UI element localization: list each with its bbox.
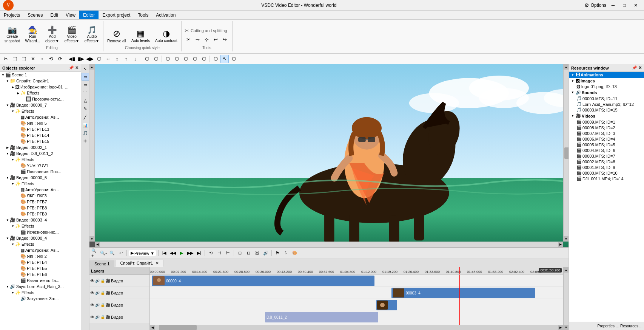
tree-item-rgb4[interactable]: ▶ 🎨 РГБ: РГБ4 xyxy=(0,259,81,265)
ellipse-tool[interactable]: ⌒ xyxy=(82,89,89,96)
exp-animations[interactable]: ▼ xyxy=(570,73,575,77)
reset-tl[interactable]: ↩ xyxy=(117,249,125,257)
tree-item-video2[interactable]: ▶ 🎥 Видео: 00002_1 xyxy=(0,144,81,150)
res-section-videos[interactable]: ▼ 🎥 Videos xyxy=(569,113,644,119)
close-panel-icon[interactable]: ✕ xyxy=(75,65,79,70)
loop-btn[interactable]: ⟲ xyxy=(207,249,214,257)
prev-frame-btn[interactable]: ◀◀ xyxy=(169,249,177,257)
tl-scroll-up[interactable]: ▲ xyxy=(564,267,569,273)
clip-00000-4[interactable]: 00000_4 xyxy=(152,276,374,286)
tree-item-video3-4[interactable]: ▼ 🎥 Видео: 00003_4 xyxy=(0,217,81,223)
clip-dji[interactable]: DJI_0011_2 xyxy=(265,312,378,322)
preview-btn[interactable]: ▶ Preview ▼ xyxy=(129,250,156,256)
send-back-btn[interactable]: ↓ xyxy=(131,55,139,63)
add-object-button[interactable]: ➕ Addobject▼ xyxy=(43,25,62,45)
menu-editor[interactable]: Editor xyxy=(79,11,99,19)
delete-btn[interactable]: ✕ xyxy=(29,55,37,63)
expander-videodji[interactable]: ▼ xyxy=(5,151,10,156)
ungroup-btn[interactable]: ⬡ xyxy=(152,55,160,63)
options-label[interactable]: Options xyxy=(591,3,606,8)
tree-item-sound[interactable]: ▼ 🔊 Звук: Lorn-Acid_Rain_3... xyxy=(0,284,81,290)
preview-scroll-right[interactable]: ▲ ▼ xyxy=(563,64,569,242)
res-item-snd3[interactable]: 🎵 00003.MTS; ID=15 xyxy=(569,107,644,113)
eye-icon-v2[interactable]: 👁 xyxy=(90,291,94,295)
res-item-v11[interactable]: 🎬 DJI_0011.MP4; ID=14 xyxy=(569,176,644,181)
mark-in-btn[interactable]: ⊣ xyxy=(216,249,223,257)
res-item-snd2[interactable]: 🎵 Lorn-Acid_Rain.mp3; ID=12 xyxy=(569,101,644,107)
menu-activation[interactable]: Activation xyxy=(152,11,179,19)
tree-item-effects7[interactable]: ▼ ✨ Effects xyxy=(0,290,81,296)
align-right-btn[interactable]: ▮▶ xyxy=(77,55,85,63)
res-item-v9[interactable]: 🎬 00001.MTS; ID=9 xyxy=(569,164,644,170)
expander-video5[interactable]: ▼ xyxy=(5,175,10,180)
cut-btn[interactable]: ✂ xyxy=(2,55,10,63)
audio-icon-v2[interactable]: 🔊 xyxy=(95,291,100,295)
expander-effects7[interactable]: ▼ xyxy=(11,290,15,295)
zoom-in-tl[interactable]: 🔍+ xyxy=(91,249,99,257)
eye-icon-v1[interactable]: 👁 xyxy=(90,279,94,283)
group-btn[interactable]: ⬡ xyxy=(143,55,151,63)
cutting-splitting-label[interactable]: Cutting and splitting xyxy=(191,28,227,33)
playhead-ruler[interactable] xyxy=(459,267,460,274)
line-tool[interactable]: ╱ xyxy=(82,113,89,121)
tree-item-effects1[interactable]: ▶ ✨ Effects xyxy=(0,90,81,96)
expander-video7[interactable]: ▼ xyxy=(5,103,10,107)
tl-scroll-down[interactable]: ▼ xyxy=(564,325,569,330)
undo-tool-btn[interactable]: ↩ xyxy=(212,35,220,43)
res-item-v2[interactable]: 🎬 00008.MTS; ID=2 xyxy=(569,125,644,130)
properties-tab-btn[interactable]: Properties ... xyxy=(597,324,619,328)
video-effects-button[interactable]: 🎬 Videoeffects▼ xyxy=(62,25,82,45)
tree-item-autolevels2[interactable]: ▶ ▦ АвтоУровни: Ав... xyxy=(0,187,81,193)
align-left-btn[interactable]: ◀▮ xyxy=(68,55,76,63)
grid-tl-btn[interactable]: ⊟ xyxy=(245,249,252,257)
cut-tool-btn[interactable]: ✂ xyxy=(185,35,193,43)
redo-tool-btn[interactable]: ↪ xyxy=(221,35,229,43)
menu-scenes[interactable]: Scenes xyxy=(24,11,46,19)
minimize-button[interactable]: ─ xyxy=(608,2,618,9)
track-area-video1[interactable]: 00000_4 xyxy=(150,275,563,287)
auto-contrast-button[interactable]: ◑ Auto contrast xyxy=(153,28,180,45)
track-area-video2[interactable]: 00003_4 xyxy=(150,287,563,299)
tree-item-fadeout[interactable]: ▶ 🔊 Затухание: Зат... xyxy=(0,296,81,302)
lock-icon-v4[interactable]: 🔒 xyxy=(100,315,105,319)
expander-sound[interactable]: ▼ xyxy=(5,284,10,289)
expander-effects1[interactable]: ▶ xyxy=(16,91,20,95)
tree-item-appearance[interactable]: ▶ 🎬 Появление: Пос... xyxy=(0,169,81,175)
scroll-thumb[interactable] xyxy=(159,325,197,330)
snap-btn[interactable]: ⬡ xyxy=(191,55,199,63)
expander-effects2[interactable]: ▼ xyxy=(11,109,15,113)
eye-icon-v4[interactable]: 👁 xyxy=(90,315,94,319)
menu-view[interactable]: View xyxy=(62,11,79,19)
expander-sprite1[interactable]: ▼ xyxy=(5,79,10,83)
play-btn[interactable]: ▶ xyxy=(178,249,185,257)
rect-tool[interactable]: ▭ xyxy=(82,81,89,88)
zoom-in-btn[interactable]: ⬡ xyxy=(163,55,172,63)
expander-effects3[interactable]: ▼ xyxy=(11,157,15,162)
circle-btn[interactable]: ○ xyxy=(38,55,46,63)
preview-scroll-bottom[interactable]: ◀ ▶ xyxy=(95,242,563,247)
close-button[interactable]: ✕ xyxy=(630,2,641,9)
link-tl-btn[interactable]: ⛓ xyxy=(253,249,261,257)
tree-item-video7[interactable]: ▼ 🎥 Видео: 00000_7 xyxy=(0,102,81,108)
pin-resource-icon[interactable]: 📌 xyxy=(632,65,637,70)
flip-v-btn[interactable]: ↕ xyxy=(113,55,121,63)
crop-tool[interactable]: ▭ xyxy=(82,73,89,81)
lock-icon-v2[interactable]: 🔒 xyxy=(100,291,105,295)
cross-tool[interactable]: ✛ xyxy=(82,137,89,145)
res-item-v1[interactable]: 🎬 00009.MTS; ID=1 xyxy=(569,119,644,125)
menu-edit[interactable]: Edit xyxy=(46,11,62,19)
tree-item-rgb7[interactable]: ▶ 🎨 РГБ: РГБ7 xyxy=(0,199,81,205)
tree-item-effects3[interactable]: ▼ ✨ Effects xyxy=(0,156,81,163)
tree-item-opacity[interactable]: ▶ 🔲 Прозрачность:... xyxy=(0,96,81,102)
align-center-btn[interactable]: ◀▶ xyxy=(86,55,94,63)
marker2-tl-btn[interactable]: ⚐ xyxy=(282,249,290,257)
resources-tab-btn[interactable]: Resources ... xyxy=(620,324,642,328)
tree-item-yuv[interactable]: ▶ 🎨 YUV: YUV1 xyxy=(0,163,81,169)
res-section-animations[interactable]: ▼ 🎞 Animations xyxy=(569,72,644,78)
tree-item-effects2[interactable]: ▼ ✨ Effects xyxy=(0,108,81,114)
audio-icon-v3[interactable]: 🔊 xyxy=(95,303,100,307)
res-item-v4[interactable]: 🎬 00006.MTS; ID=4 xyxy=(569,136,644,142)
tree-item-rgb5[interactable]: ▶ 🎨 РГБ: РГБ5 xyxy=(0,265,81,271)
next-frame-btn[interactable]: ▶▶ xyxy=(186,249,194,257)
tree-item-rgb8[interactable]: ▶ 🎨 РГБ: РГБ8 xyxy=(0,205,81,211)
